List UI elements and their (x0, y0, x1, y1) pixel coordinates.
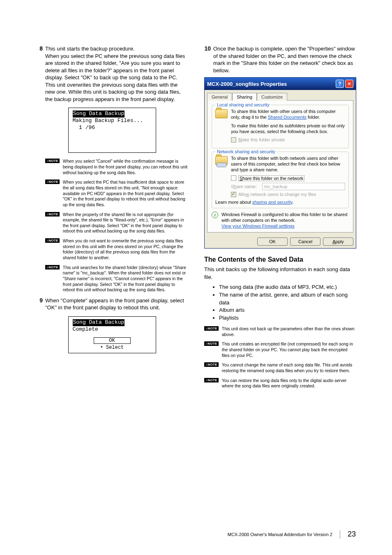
note-row: NOTE When you select "Cancel" while the … (45, 159, 188, 175)
note-row: NOTE This unit does not back up the para… (204, 326, 356, 337)
dialog-titlebar: MCX-2000_songfiles Properties ? × (205, 78, 356, 90)
note-text: You cannot change the name of each song … (222, 362, 356, 373)
local-msg1: To share this folder with other users of… (231, 108, 345, 120)
note-badge-icon: NOTE (45, 238, 60, 243)
contents-intro: This unit backs up the following informa… (204, 266, 356, 281)
note-badge-icon: NOTE (204, 341, 219, 346)
share-network-checkbox-row[interactable]: Share this folder on the network (231, 175, 345, 181)
note-text: When you select the PC that has insuffic… (63, 180, 188, 207)
note-badge-icon: NOTE (204, 362, 219, 367)
make-private-checkbox (231, 137, 236, 143)
tab-sharing[interactable]: Sharing (232, 93, 257, 101)
contents-notes: NOTE This unit does not back up the para… (204, 326, 356, 389)
network-row1: To share this folder with both network u… (215, 155, 345, 173)
note-row: NOTE This unit creates an encrypted file… (204, 341, 356, 358)
note-text: This unit does not back up the parameter… (222, 326, 356, 337)
step-10-number: 10 (204, 45, 213, 74)
share-name-row: Share name: mc_backup (231, 183, 345, 190)
page-content: 8 This unit starts the backup procedure.… (0, 0, 392, 393)
group-local-legend: Local sharing and security (215, 102, 271, 107)
note-row: NOTE When the property of the shared fil… (45, 212, 188, 235)
local-row1: To share this folder with other users of… (215, 108, 345, 120)
note-badge-icon: NOTE (45, 265, 60, 269)
group-local-sharing: Local sharing and security To share this… (212, 105, 349, 148)
firewall-msg: Windows Firewall is configured to allow … (221, 212, 349, 223)
share-network-label: Share this folder on the network (238, 175, 304, 181)
help-button[interactable]: ? (336, 80, 344, 88)
firewall-info: i Windows Firewall is configured to allo… (212, 212, 349, 229)
step-10: 10 Once the backup is complete, open the… (204, 45, 356, 74)
tab-general[interactable]: General (207, 93, 232, 101)
list-item: The song data (the audio data of MP3, PC… (219, 283, 356, 291)
step-10-body: Once the backup is complete, open the "P… (213, 45, 356, 74)
page-number: 23 (348, 530, 356, 539)
contents-list: The song data (the audio data of MP3, PC… (204, 283, 356, 322)
apply-button[interactable]: Apply (323, 237, 353, 246)
step-9-number: 9 (36, 297, 45, 311)
allow-change-checkbox-row: Allow network users to change my files (231, 192, 345, 197)
share-name-input: mc_backup (262, 183, 345, 190)
footer-text: MCX-2000 Owner's Manual Addendum for Ver… (228, 532, 332, 537)
lcd2-title: Song Data Backup (73, 319, 125, 326)
step-9: 9 When "Complete" appears in the front p… (36, 297, 188, 311)
close-button[interactable]: × (345, 80, 353, 88)
step-8-number: 8 (36, 45, 45, 103)
allow-change-checkbox (231, 192, 236, 197)
folder-icon (215, 109, 228, 118)
note-text: When you select "Cancel" while the confi… (63, 159, 188, 175)
lcd2-line1: Complete (73, 326, 98, 332)
step-8-body: This unit starts the backup procedure. W… (45, 45, 188, 103)
contents-heading: The Contents of the Saved Data (204, 256, 356, 263)
list-item: Playlists (219, 314, 356, 322)
shared-folder-icon (215, 156, 228, 165)
cancel-button[interactable]: Cancel (290, 237, 321, 246)
ok-button[interactable]: OK (257, 237, 288, 246)
tab-customize[interactable]: Customize (257, 93, 287, 101)
dialog-tabs: General Sharing Customize (205, 90, 356, 100)
dialog-title: MCX-2000_songfiles Properties (207, 81, 334, 87)
learn-more-link[interactable]: sharing and security (252, 200, 293, 205)
lcd-content: Song Data Backup Making Backup Files... … (69, 108, 156, 147)
properties-dialog: MCX-2000_songfiles Properties ? × Genera… (204, 77, 356, 249)
group-network-sharing: Network sharing and security To share th… (212, 152, 349, 208)
shared-documents-link[interactable]: Shared Documents (268, 115, 307, 120)
note-badge-icon: NOTE (204, 378, 219, 382)
dialog-panel: Local sharing and security To share this… (207, 100, 353, 233)
make-private-label: Make this folder private (238, 137, 285, 143)
note-text: You can restore the song data files only… (222, 378, 356, 389)
step-8-text: When you select the PC where the previou… (45, 53, 185, 102)
step-8-notes: NOTE When you select "Cancel" while the … (45, 159, 188, 292)
share-name-label: Share name: (231, 184, 260, 189)
allow-change-label: Allow network users to change my files (238, 192, 316, 197)
left-column: 8 This unit starts the backup procedure.… (36, 45, 188, 393)
group-network-legend: Network sharing and security (215, 149, 277, 154)
note-row: NOTE You can restore the song data files… (204, 378, 356, 389)
lcd-select-hint: • Select (69, 345, 156, 352)
lcd1-line2: 1 /96 (73, 124, 95, 131)
learn-more-row: Learn more about sharing and security. (215, 200, 345, 205)
note-text: When the property of the shared file is … (63, 212, 188, 235)
local-msg2: To make this folder and its subfolders p… (231, 123, 345, 135)
network-msg1: To share this folder with both network u… (231, 155, 345, 173)
firewall-settings-link[interactable]: View your Windows Firewall settings (221, 223, 295, 228)
lcd-display-backup-progress: Song Data Backup Making Backup Files... … (68, 108, 156, 153)
share-network-checkbox[interactable] (231, 175, 236, 181)
right-column: 10 Once the backup is complete, open the… (204, 45, 356, 393)
note-badge-icon: NOTE (45, 212, 60, 216)
list-item: The name of the artist, genre, and album… (219, 291, 356, 307)
lcd-display-complete: Song Data Backup Complete OK • Select (68, 316, 156, 353)
dialog-buttons: OK Cancel Apply (205, 235, 356, 248)
note-badge-icon: NOTE (45, 159, 60, 163)
note-row: NOTE You cannot change the name of each … (204, 362, 356, 373)
list-item: Album arts (219, 306, 356, 314)
note-row: NOTE This unit searches for the shared f… (45, 265, 188, 293)
page-footer: MCX-2000 Owner's Manual Addendum for Ver… (228, 530, 356, 539)
note-badge-icon: NOTE (45, 180, 60, 184)
lcd-ok-button: OK (94, 337, 131, 344)
step-8: 8 This unit starts the backup procedure.… (36, 45, 188, 103)
lcd1-title: Song Data Backup (73, 111, 125, 117)
make-private-checkbox-row: Make this folder private (231, 137, 345, 143)
note-row: NOTE When you select the PC that has ins… (45, 180, 188, 207)
firewall-text-block: Windows Firewall is configured to allow … (221, 212, 349, 229)
note-text: When you do not want to overwrite the pr… (63, 238, 188, 261)
